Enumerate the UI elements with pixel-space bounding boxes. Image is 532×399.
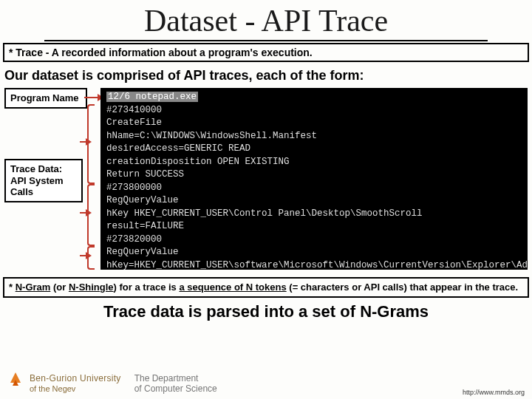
code-block: 12/6 notepad.exe #273410000 CreateFile h… bbox=[100, 88, 528, 270]
arrow-icon bbox=[80, 212, 87, 214]
definition-term: * Trace bbox=[9, 47, 43, 58]
definition-text: A recorded information about a program's… bbox=[52, 47, 313, 58]
nshingle-term: N-Shingle bbox=[69, 282, 114, 293]
code-first-line: 12/6 notepad.exe bbox=[106, 92, 198, 102]
code-body: #273410000 CreateFile hName=C:\WINDOWS\W… bbox=[106, 105, 528, 270]
trace-definition-box: * Trace - A recorded information about a… bbox=[3, 43, 529, 62]
source-url: http://www.mmds.org bbox=[463, 389, 525, 396]
arrow-icon bbox=[80, 141, 87, 143]
arrow-icon bbox=[84, 97, 99, 98]
footer: Ben-Gurion University of the Negev The D… bbox=[0, 368, 532, 399]
ngram-sequence: a sequence of N tokens bbox=[179, 282, 286, 293]
trace-data-label: Trace Data: API System Calls bbox=[4, 159, 83, 202]
program-name-label: Program Name bbox=[4, 88, 87, 109]
trace-diagram: Program Name Trace Data: API System Call… bbox=[4, 88, 528, 273]
department-name: The Department of Computer Science bbox=[134, 373, 217, 395]
bgu-logo-icon bbox=[6, 372, 25, 395]
arrow-icon bbox=[80, 255, 87, 256]
ngram-definition-box: * N-Gram (or N-Shingle) for a trace is a… bbox=[3, 277, 529, 298]
ngram-term: N-Gram bbox=[16, 282, 51, 293]
dataset-subtitle: Our dataset is comprised of API traces, … bbox=[4, 68, 528, 83]
definition-sep: - bbox=[43, 47, 52, 58]
university-name: Ben-Gurion University of the Negev bbox=[30, 374, 121, 392]
slide-title: Dataset - API Trace bbox=[44, 3, 488, 41]
bottom-statement: Trace data is parsed into a set of N-Gra… bbox=[0, 302, 532, 321]
